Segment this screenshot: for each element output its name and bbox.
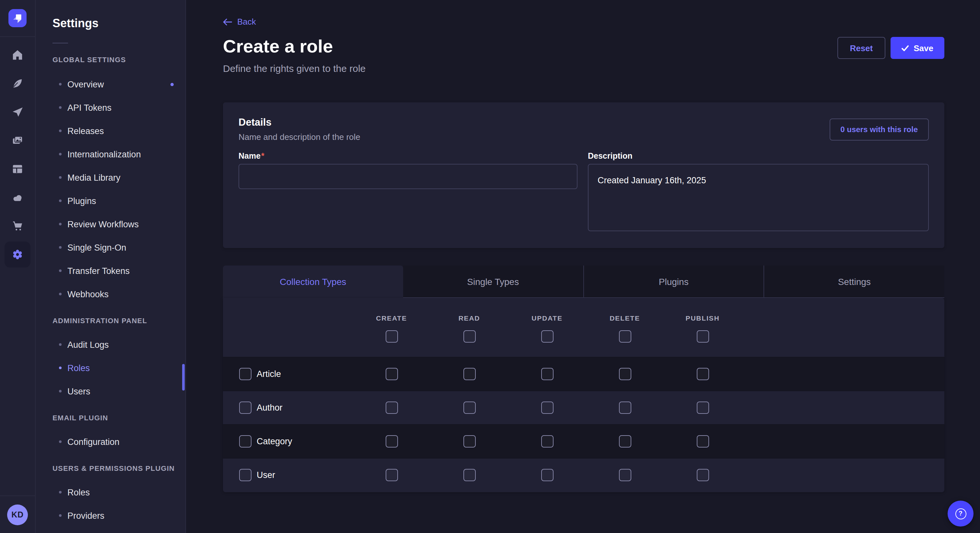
author-row-checkbox[interactable]	[239, 401, 251, 414]
bullet-icon	[59, 246, 62, 249]
description-textarea[interactable]: Created January 16th, 2025	[588, 164, 929, 231]
table-row-article: Article	[223, 357, 944, 390]
article-create-checkbox[interactable]	[385, 368, 398, 380]
tab-settings[interactable]: Settings	[764, 265, 945, 298]
bullet-icon	[59, 390, 62, 392]
author-delete-checkbox[interactable]	[619, 401, 631, 414]
select-all-create-checkbox[interactable]	[385, 330, 398, 343]
sidebar-item-users[interactable]: Users	[36, 379, 185, 403]
category-delete-checkbox[interactable]	[619, 435, 631, 447]
sidebar-item-roles-up[interactable]: Roles	[36, 481, 185, 504]
sidebar-item-media-library[interactable]: Media Library	[36, 166, 185, 189]
details-title: Details	[239, 117, 272, 128]
section-email-plugin: Configuration	[36, 430, 185, 453]
bullet-icon	[59, 440, 62, 443]
avatar[interactable]: KD	[7, 504, 28, 525]
sidebar-item-audit-logs[interactable]: Audit Logs	[36, 333, 185, 356]
sidebar-item-review-workflows[interactable]: Review Workflows	[36, 213, 185, 236]
bullet-icon	[59, 83, 62, 86]
reset-button[interactable]: Reset	[837, 37, 885, 59]
section-label-administration-panel: ADMINISTRATION PANEL	[52, 317, 185, 324]
subnav-title: Settings	[52, 17, 185, 30]
section-label-global-settings: GLOBAL SETTINGS	[52, 56, 185, 63]
details-card: Details Name and description of the role…	[223, 102, 944, 248]
home-icon[interactable]	[5, 42, 30, 68]
sidebar-item-transfer-tokens[interactable]: Transfer Tokens	[36, 259, 185, 282]
save-button[interactable]: Save	[890, 37, 944, 59]
sidebar-item-webhooks[interactable]: Webhooks	[36, 282, 185, 306]
sidebar-item-providers[interactable]: Providers	[36, 504, 185, 527]
user-update-checkbox[interactable]	[541, 469, 553, 481]
app-root: KD Settings GLOBAL SETTINGS Overview API…	[0, 0, 980, 533]
select-all-publish-checkbox[interactable]	[697, 330, 709, 343]
sidebar-item-api-tokens[interactable]: API Tokens	[36, 96, 185, 119]
bullet-icon	[59, 270, 62, 272]
strapi-logo-icon[interactable]	[8, 9, 27, 27]
name-label: Name*	[239, 152, 264, 160]
gear-icon[interactable]	[5, 241, 30, 268]
section-label-email-plugin: EMAIL PLUGIN	[52, 414, 185, 422]
category-create-checkbox[interactable]	[385, 435, 398, 447]
sidebar-item-roles-admin[interactable]: Roles	[36, 356, 185, 379]
column-delete: DELETE	[586, 314, 664, 322]
users-with-role-button[interactable]: 0 users with this role	[829, 119, 929, 141]
paper-plane-icon[interactable]	[5, 99, 30, 125]
author-publish-checkbox[interactable]	[697, 401, 709, 414]
layout-icon[interactable]	[5, 156, 30, 182]
table-row-author: Author	[223, 390, 944, 424]
page-subtitle: Define the rights given to the role	[223, 63, 366, 74]
section-administration-panel: Audit Logs Roles Users	[36, 333, 185, 403]
divider	[52, 43, 68, 43]
sidebar-item-overview[interactable]: Overview	[36, 73, 185, 96]
article-update-checkbox[interactable]	[541, 368, 553, 380]
main-content: Back Create a role Define the rights giv…	[186, 0, 980, 533]
author-update-checkbox[interactable]	[541, 401, 553, 414]
select-all-delete-checkbox[interactable]	[619, 330, 631, 343]
strapi-mark	[10, 10, 25, 26]
notification-dot	[170, 82, 174, 86]
bullet-icon	[59, 343, 62, 346]
sidebar-item-internationalization[interactable]: Internationalization	[36, 143, 185, 166]
section-users-permissions-plugin: Roles Providers	[36, 481, 185, 527]
author-create-checkbox[interactable]	[385, 401, 398, 414]
user-create-checkbox[interactable]	[385, 469, 398, 481]
rail-footer: KD	[0, 495, 35, 533]
category-row-checkbox[interactable]	[239, 435, 251, 447]
cloud-icon[interactable]	[5, 185, 30, 211]
feather-icon[interactable]	[5, 71, 30, 97]
sidebar-item-configuration[interactable]: Configuration	[36, 430, 185, 453]
tab-collection-types[interactable]: Collection Types	[223, 265, 403, 298]
sidebar-item-single-sign-on[interactable]: Single Sign-On	[36, 236, 185, 259]
category-read-checkbox[interactable]	[463, 435, 476, 447]
tab-plugins[interactable]: Plugins	[583, 265, 764, 298]
user-publish-checkbox[interactable]	[697, 469, 709, 481]
back-link[interactable]: Back	[223, 17, 256, 27]
article-publish-checkbox[interactable]	[697, 368, 709, 380]
select-all-update-checkbox[interactable]	[541, 330, 553, 343]
column-publish: PUBLISH	[664, 314, 741, 322]
media-library-icon[interactable]	[5, 128, 30, 154]
category-publish-checkbox[interactable]	[697, 435, 709, 447]
cart-icon[interactable]	[5, 213, 30, 239]
sidebar-item-plugins[interactable]: Plugins	[36, 189, 185, 213]
user-read-checkbox[interactable]	[463, 469, 476, 481]
article-row-checkbox[interactable]	[239, 368, 251, 380]
tab-single-types[interactable]: Single Types	[403, 265, 583, 298]
select-all-read-checkbox[interactable]	[463, 330, 476, 343]
permission-column-labels: CREATE READ UPDATE DELETE PUBLISH	[353, 314, 741, 322]
icon-rail: KD	[0, 0, 36, 533]
help-button[interactable]: ?	[948, 501, 974, 527]
permissions-tabs: Collection Types Single Types Plugins Se…	[223, 265, 944, 298]
bullet-icon	[59, 366, 62, 369]
bullet-icon	[59, 106, 62, 109]
sidebar-item-releases[interactable]: Releases	[36, 119, 185, 143]
name-input[interactable]	[239, 164, 578, 189]
user-delete-checkbox[interactable]	[619, 469, 631, 481]
article-read-checkbox[interactable]	[463, 368, 476, 380]
category-update-checkbox[interactable]	[541, 435, 553, 447]
author-read-checkbox[interactable]	[463, 401, 476, 414]
article-delete-checkbox[interactable]	[619, 368, 631, 380]
user-row-checkbox[interactable]	[239, 469, 251, 481]
rail-nav	[5, 42, 30, 268]
subnav-scrollbar-thumb[interactable]	[182, 364, 185, 390]
